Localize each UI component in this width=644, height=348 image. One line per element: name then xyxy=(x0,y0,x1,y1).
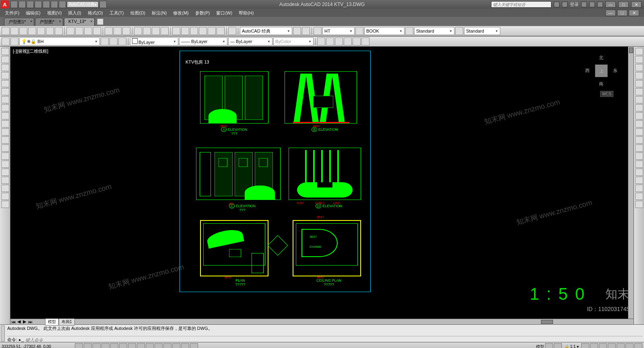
quickcalc-icon[interactable] xyxy=(217,27,225,35)
textstyle-select[interactable]: HT▼ xyxy=(322,27,355,35)
viewcube[interactable]: 北 南 东 西 上 xyxy=(585,55,617,87)
mleaderstyle-icon[interactable] xyxy=(455,27,463,35)
save-icon[interactable] xyxy=(19,27,27,35)
workspace-settings-icon[interactable] xyxy=(293,27,301,35)
exchange-icon[interactable] xyxy=(581,2,587,7)
changespace-icon[interactable] xyxy=(635,193,643,200)
command-grip-icon[interactable] xyxy=(1,325,5,342)
tablestyle-icon[interactable] xyxy=(405,27,413,35)
redo-icon[interactable] xyxy=(59,1,66,8)
table-icon[interactable] xyxy=(1,185,9,192)
osnap-icon[interactable] xyxy=(110,343,118,348)
am-icon[interactable] xyxy=(190,343,198,348)
close-icon[interactable]: × xyxy=(90,19,92,23)
fillet-icon[interactable] xyxy=(635,161,643,168)
file-tab-2[interactable]: 户型图*× xyxy=(35,18,63,26)
file-tab-1[interactable]: 户型图1*× xyxy=(4,18,34,26)
layout1-tab[interactable]: 布局1 xyxy=(59,318,75,325)
help-icon[interactable] xyxy=(597,2,603,7)
tabs-first-icon[interactable]: ⏮ xyxy=(10,319,16,324)
viewcube-e[interactable]: 东 xyxy=(613,68,617,74)
open-icon[interactable] xyxy=(10,27,19,35)
textstyle-icon[interactable] xyxy=(314,27,322,35)
cut-icon[interactable] xyxy=(66,27,74,35)
tabs-prev-icon[interactable]: ◀ xyxy=(16,319,22,324)
layer-iso-icon[interactable] xyxy=(118,37,126,45)
close-icon[interactable]: × xyxy=(30,19,32,23)
selectall-icon[interactable] xyxy=(635,201,643,208)
doc-maximize-button[interactable]: □ xyxy=(617,10,627,16)
save-icon[interactable] xyxy=(27,1,34,8)
viewcube-top[interactable]: 上 xyxy=(595,64,608,77)
menu-help[interactable]: 帮助(H) xyxy=(236,9,256,17)
menu-param[interactable]: 参数(P) xyxy=(193,9,213,17)
doc-close-button[interactable]: ✕ xyxy=(629,10,639,16)
visualstyles-icon[interactable] xyxy=(344,37,352,45)
model-tab[interactable]: 模型 xyxy=(45,318,59,325)
circle-icon[interactable] xyxy=(1,96,9,103)
app-logo[interactable]: A xyxy=(1,0,9,8)
offset-icon[interactable] xyxy=(635,72,643,79)
polygon-icon[interactable] xyxy=(1,72,9,79)
undo-icon[interactable] xyxy=(114,27,122,35)
markup-icon[interactable] xyxy=(208,27,216,35)
plot-preview-icon[interactable] xyxy=(37,27,45,35)
lwt-icon[interactable] xyxy=(155,343,163,348)
explode-icon[interactable] xyxy=(635,169,643,176)
polyline-icon[interactable] xyxy=(1,64,9,71)
coordinates[interactable]: 333259.51, -27302.48, 0.00 xyxy=(2,344,74,348)
mleaderstyle-select[interactable]: Standard▼ xyxy=(464,27,500,35)
otrack-icon[interactable] xyxy=(128,343,136,348)
block-icon[interactable] xyxy=(1,144,9,152)
region-icon[interactable] xyxy=(1,177,9,184)
mtext-icon[interactable] xyxy=(1,193,9,200)
light-icon[interactable] xyxy=(361,37,369,45)
command-input[interactable] xyxy=(25,338,81,342)
render-icon[interactable] xyxy=(353,37,361,45)
rectangle-icon[interactable] xyxy=(1,80,9,87)
view-icon[interactable] xyxy=(326,37,334,45)
lineweight-select[interactable]: — ByLayer▼ xyxy=(228,37,272,45)
dimstyle-select[interactable]: BOOK▼ xyxy=(364,27,405,35)
paste-icon[interactable] xyxy=(84,27,92,35)
saveas-icon[interactable] xyxy=(35,1,42,8)
publish-icon[interactable] xyxy=(46,27,54,35)
color-select[interactable]: ByLayer▼ xyxy=(130,37,178,45)
scrollbar-vertical[interactable] xyxy=(628,47,634,319)
xline-icon[interactable] xyxy=(1,56,9,63)
setbylayer-icon[interactable] xyxy=(635,185,643,192)
file-tab-3[interactable]: KTV_13*× xyxy=(64,18,95,26)
snap-icon[interactable] xyxy=(75,343,83,348)
erase-icon[interactable] xyxy=(635,48,643,55)
command-line[interactable]: Autodesk DWG。 此文件上次由 Autodesk 应用程序或 Auto… xyxy=(0,324,644,342)
layout-quickview-icon[interactable] xyxy=(545,343,553,348)
workspace-select[interactable]: AutoCAD 经典 ▾ xyxy=(67,1,99,8)
menu-insert[interactable]: 插入(I) xyxy=(66,9,83,17)
layer-prev-icon[interactable] xyxy=(101,37,109,45)
viewcube-w[interactable]: 西 xyxy=(585,68,590,74)
zoom-window-icon[interactable] xyxy=(152,27,160,35)
ortho-icon[interactable] xyxy=(93,343,101,348)
matchprop-icon[interactable] xyxy=(93,27,101,35)
properties-icon[interactable] xyxy=(172,27,180,35)
tabs-next-icon[interactable]: ▶ xyxy=(22,319,27,324)
cleanscreen-icon[interactable] xyxy=(634,343,642,348)
layer-match-icon[interactable] xyxy=(109,37,118,45)
insert-icon[interactable] xyxy=(1,136,9,144)
plot-icon[interactable] xyxy=(28,27,36,35)
plotstyle-select[interactable]: ByColor▼ xyxy=(273,37,314,45)
maximize-button[interactable]: □ xyxy=(618,1,629,8)
linetype-select[interactable]: —— ByLayer▼ xyxy=(179,37,227,45)
drawing-quickview-icon[interactable] xyxy=(554,343,562,348)
tablestyle-select[interactable]: Standard▼ xyxy=(414,27,454,35)
menu-view[interactable]: 视图(V) xyxy=(45,9,64,17)
trim-icon[interactable] xyxy=(635,120,643,128)
ucs-icon[interactable] xyxy=(317,37,325,45)
3ddwf-icon[interactable] xyxy=(55,27,63,35)
menu-dim[interactable]: 标注(N) xyxy=(149,9,169,17)
ducs-icon[interactable] xyxy=(137,343,145,348)
zoom-previous-icon[interactable] xyxy=(161,27,169,35)
tabs-last-icon[interactable]: ⏭ xyxy=(27,319,33,324)
spline-icon[interactable] xyxy=(1,112,9,119)
layer-select[interactable]: 💡❄🔒 BH▼ xyxy=(19,37,100,45)
